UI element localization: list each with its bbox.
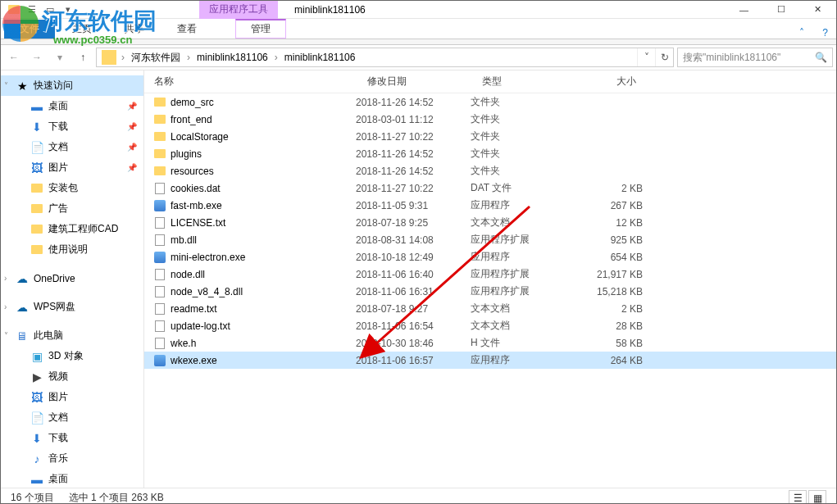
- icons-view-button[interactable]: ▦: [808, 490, 826, 505]
- forward-button[interactable]: →: [27, 48, 47, 67]
- table-row[interactable]: mb.dll2018-08-31 14:08应用程序扩展925 KB: [144, 231, 836, 248]
- tab-share[interactable]: 共享: [109, 20, 160, 39]
- properties-icon[interactable]: ☰: [24, 2, 40, 17]
- file-size: 925 KB: [569, 234, 643, 246]
- file-date: 2018-11-06 16:57: [356, 355, 471, 366]
- sidebar-videos[interactable]: ▶视频: [1, 366, 143, 387]
- tab-home[interactable]: 主页: [57, 20, 107, 39]
- history-dropdown-icon[interactable]: ˅: [637, 48, 655, 66]
- maximize-button[interactable]: ☐: [762, 1, 799, 19]
- table-row[interactable]: resources2018-11-26 14:52文件夹: [144, 162, 836, 179]
- table-row[interactable]: front_end2018-03-01 11:12文件夹: [144, 111, 836, 128]
- file-name: front_end: [171, 114, 356, 125]
- file-name: LICENSE.txt: [171, 217, 356, 229]
- col-name[interactable]: 名称: [144, 75, 357, 89]
- chevron-right-icon[interactable]: ›: [273, 52, 280, 63]
- file-pane: 名称 修改日期 类型 大小 demo_src2018-11-26 14:52文件…: [144, 70, 836, 488]
- tab-file[interactable]: 文件: [4, 20, 55, 39]
- file-date: 2018-07-18 9:27: [356, 303, 471, 315]
- sidebar-wps[interactable]: ›☁WPS网盘: [1, 297, 143, 317]
- col-date[interactable]: 修改日期: [357, 75, 472, 89]
- file-name: demo_src: [171, 97, 356, 108]
- file-type: H 文件: [471, 336, 569, 350]
- breadcrumb-seg[interactable]: 河东软件园: [126, 48, 185, 66]
- sidebar-thispc[interactable]: ˅🖥此电脑: [1, 325, 143, 346]
- file-date: 2018-11-06 16:31: [356, 286, 471, 297]
- qat-dropdown-icon[interactable]: ▾: [60, 2, 76, 17]
- back-button[interactable]: ←: [4, 48, 24, 67]
- file-size: 58 KB: [569, 338, 643, 349]
- table-row[interactable]: cookies.dat2018-11-27 10:22DAT 文件2 KB: [144, 179, 836, 197]
- sidebar-onedrive[interactable]: ›☁OneDrive: [1, 268, 143, 288]
- breadcrumb[interactable]: › 河东软件园 › miniblink181106 › miniblink181…: [96, 48, 674, 67]
- sidebar-downloads[interactable]: ⬇下载📌: [1, 116, 143, 137]
- sidebar-music[interactable]: ♪音乐: [1, 448, 143, 469]
- search-input[interactable]: 搜索"miniblink181106" 🔍: [677, 48, 833, 67]
- table-row[interactable]: demo_src2018-11-26 14:52文件夹: [144, 93, 836, 111]
- file-name: node.dll: [171, 269, 356, 280]
- table-row[interactable]: node_v8_4_8.dll2018-11-06 16:31应用程序扩展15,…: [144, 283, 836, 300]
- table-row[interactable]: readme.txt2018-07-18 9:27文本文档2 KB: [144, 300, 836, 317]
- tab-manage[interactable]: 管理: [235, 19, 286, 39]
- table-row[interactable]: plugins2018-11-26 14:52文件夹: [144, 145, 836, 162]
- table-row[interactable]: node.dll2018-11-06 16:40应用程序扩展21,917 KB: [144, 266, 836, 283]
- sidebar-usage[interactable]: 使用说明: [1, 239, 143, 260]
- table-row[interactable]: wkexe.exe2018-11-06 16:57应用程序264 KB: [144, 352, 836, 369]
- details-view-button[interactable]: ☰: [789, 490, 807, 505]
- sidebar-cad[interactable]: 建筑工程师CAD: [1, 219, 143, 239]
- tab-view[interactable]: 查看: [161, 20, 212, 39]
- chevron-right-icon[interactable]: ›: [185, 52, 192, 63]
- table-row[interactable]: LocalStorage2018-11-27 10:22文件夹: [144, 128, 836, 145]
- pin-icon: 📌: [127, 122, 137, 131]
- table-row[interactable]: update-log.txt2018-11-06 16:54文本文档28 KB: [144, 317, 836, 334]
- chevron-right-icon[interactable]: ›: [120, 52, 126, 63]
- app-icon[interactable]: [6, 2, 22, 17]
- breadcrumb-seg[interactable]: miniblink181106: [192, 48, 273, 66]
- sidebar-downloads2[interactable]: ⬇下载: [1, 428, 143, 448]
- file-date: 2018-11-05 9:31: [356, 200, 471, 211]
- ribbon-tabs: 文件 主页 共享 查看 管理 ˄ ?: [1, 19, 836, 39]
- sidebar-pictures2[interactable]: 🖼图片: [1, 387, 143, 407]
- table-row[interactable]: mini-electron.exe2018-10-18 12:49应用程序654…: [144, 248, 836, 266]
- file-type: 文件夹: [471, 112, 569, 126]
- sidebar-quick-access[interactable]: ˅★快速访问: [1, 75, 143, 96]
- file-date: 2018-11-06 16:40: [356, 269, 471, 280]
- refresh-icon[interactable]: ↻: [655, 48, 673, 66]
- file-type: 文本文档: [471, 216, 569, 229]
- file-icon: [152, 353, 167, 368]
- file-type: 文本文档: [471, 319, 569, 333]
- col-size[interactable]: 大小: [571, 75, 653, 89]
- breadcrumb-seg[interactable]: miniblink181106: [280, 48, 361, 66]
- col-type[interactable]: 类型: [472, 75, 571, 89]
- file-name: node_v8_4_8.dll: [171, 286, 356, 297]
- file-name: update-log.txt: [171, 320, 356, 332]
- recent-dropdown[interactable]: ▾: [50, 48, 70, 67]
- sidebar-3d[interactable]: ▣3D 对象: [1, 346, 143, 366]
- file-icon: [152, 164, 167, 179]
- file-size: 2 KB: [569, 303, 643, 315]
- sidebar-pictures[interactable]: 🖼图片📌: [1, 157, 143, 178]
- file-date: 2018-11-26 14:52: [356, 166, 471, 177]
- table-row[interactable]: LICENSE.txt2018-07-18 9:25文本文档12 KB: [144, 214, 836, 231]
- help-icon[interactable]: ?: [814, 27, 836, 39]
- table-row[interactable]: fast-mb.exe2018-11-05 9:31应用程序267 KB: [144, 197, 836, 214]
- search-icon[interactable]: 🔍: [815, 52, 827, 63]
- table-row[interactable]: wke.h2018-10-30 18:46H 文件58 KB: [144, 334, 836, 352]
- sidebar-install[interactable]: 安装包: [1, 178, 143, 198]
- minimize-button[interactable]: ―: [726, 1, 762, 19]
- file-date: 2018-11-26 14:52: [356, 148, 471, 160]
- column-headers[interactable]: 名称 修改日期 类型 大小: [144, 70, 836, 93]
- close-button[interactable]: ✕: [799, 1, 836, 19]
- file-name: mini-electron.exe: [171, 252, 356, 263]
- sidebar-documents2[interactable]: 📄文档: [1, 407, 143, 428]
- file-icon: [152, 216, 167, 230]
- sidebar-ads[interactable]: 广告: [1, 198, 143, 219]
- ribbon-toggle-icon[interactable]: ˄: [791, 27, 812, 39]
- sidebar-documents[interactable]: 📄文档📌: [1, 137, 143, 157]
- file-size: 264 KB: [569, 355, 643, 366]
- up-button[interactable]: ↑: [73, 48, 93, 67]
- file-icon: [152, 112, 167, 127]
- sidebar-desktop[interactable]: ▬桌面📌: [1, 96, 143, 116]
- sidebar-desktop2[interactable]: ▬桌面: [1, 469, 143, 488]
- new-folder-icon[interactable]: ▭: [42, 2, 58, 17]
